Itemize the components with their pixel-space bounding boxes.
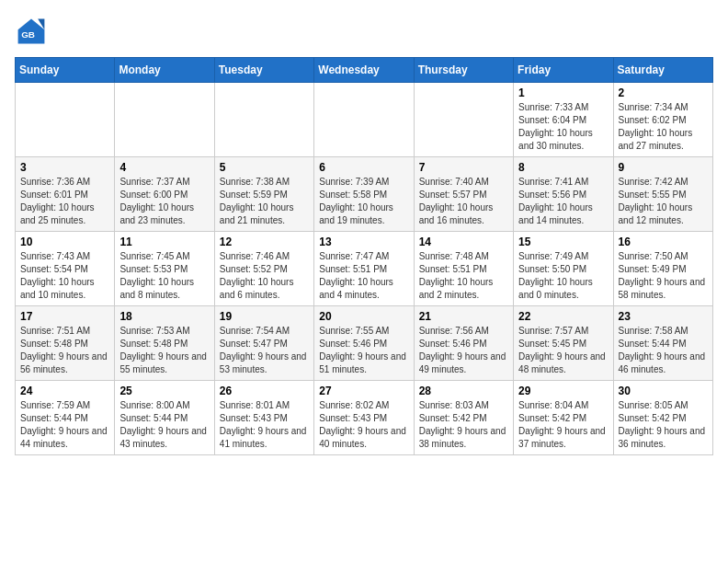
day-number: 7 — [419, 161, 508, 174]
day-number: 3 — [20, 161, 109, 174]
week-row-4: 24Sunrise: 7:59 AM Sunset: 5:44 PM Dayli… — [16, 381, 713, 455]
day-info: Sunrise: 7:37 AM Sunset: 6:00 PM Dayligh… — [119, 176, 209, 227]
day-number: 2 — [619, 86, 708, 99]
calendar-cell — [414, 83, 513, 157]
day-info: Sunrise: 7:33 AM Sunset: 6:04 PM Dayligh… — [518, 101, 608, 153]
logo-icon: GB — [15, 15, 48, 48]
calendar-cell: 13Sunrise: 7:47 AM Sunset: 5:51 PM Dayli… — [314, 232, 414, 306]
day-number: 20 — [319, 310, 408, 323]
day-info: Sunrise: 8:03 AM Sunset: 5:42 PM Dayligh… — [419, 399, 508, 451]
week-row-2: 10Sunrise: 7:43 AM Sunset: 5:54 PM Dayli… — [16, 232, 713, 306]
calendar-cell — [314, 83, 414, 157]
weekday-friday: Friday — [514, 58, 613, 83]
weekday-monday: Monday — [115, 58, 214, 83]
calendar-cell: 28Sunrise: 8:03 AM Sunset: 5:42 PM Dayli… — [414, 381, 513, 455]
calendar-cell: 14Sunrise: 7:48 AM Sunset: 5:51 PM Dayli… — [414, 232, 513, 306]
week-row-3: 17Sunrise: 7:51 AM Sunset: 5:48 PM Dayli… — [16, 306, 713, 381]
day-number: 16 — [619, 236, 708, 248]
day-number: 25 — [119, 385, 209, 397]
calendar-cell — [16, 83, 115, 157]
day-info: Sunrise: 7:34 AM Sunset: 6:02 PM Dayligh… — [619, 101, 708, 153]
day-number: 18 — [119, 310, 209, 323]
week-row-1: 3Sunrise: 7:36 AM Sunset: 6:01 PM Daylig… — [16, 157, 713, 232]
day-info: Sunrise: 7:45 AM Sunset: 5:53 PM Dayligh… — [119, 250, 209, 302]
day-number: 27 — [319, 385, 408, 397]
calendar-cell: 17Sunrise: 7:51 AM Sunset: 5:48 PM Dayli… — [16, 306, 115, 381]
day-number: 12 — [220, 236, 309, 248]
day-info: Sunrise: 7:59 AM Sunset: 5:44 PM Dayligh… — [20, 399, 109, 451]
day-info: Sunrise: 7:43 AM Sunset: 5:54 PM Dayligh… — [20, 250, 109, 302]
week-row-0: 1Sunrise: 7:33 AM Sunset: 6:04 PM Daylig… — [16, 83, 713, 157]
day-info: Sunrise: 8:05 AM Sunset: 5:42 PM Dayligh… — [619, 399, 708, 451]
calendar-cell: 25Sunrise: 8:00 AM Sunset: 5:44 PM Dayli… — [115, 381, 214, 455]
day-info: Sunrise: 8:01 AM Sunset: 5:43 PM Dayligh… — [220, 399, 309, 451]
day-number: 5 — [220, 161, 309, 174]
day-info: Sunrise: 7:41 AM Sunset: 5:56 PM Dayligh… — [518, 176, 608, 227]
day-info: Sunrise: 7:49 AM Sunset: 5:50 PM Dayligh… — [518, 250, 608, 302]
day-number: 1 — [518, 86, 608, 99]
calendar-table: SundayMondayTuesdayWednesdayThursdayFrid… — [15, 57, 713, 455]
day-number: 11 — [119, 236, 209, 248]
day-number: 21 — [419, 310, 508, 323]
day-info: Sunrise: 7:55 AM Sunset: 5:46 PM Dayligh… — [319, 325, 408, 376]
calendar-cell: 8Sunrise: 7:41 AM Sunset: 5:56 PM Daylig… — [514, 157, 613, 232]
day-info: Sunrise: 7:58 AM Sunset: 5:44 PM Dayligh… — [619, 325, 708, 376]
logo: GB — [15, 15, 51, 48]
day-info: Sunrise: 7:47 AM Sunset: 5:51 PM Dayligh… — [319, 250, 408, 302]
day-info: Sunrise: 7:40 AM Sunset: 5:57 PM Dayligh… — [419, 176, 508, 227]
calendar-cell: 29Sunrise: 8:04 AM Sunset: 5:42 PM Dayli… — [514, 381, 613, 455]
calendar-cell: 20Sunrise: 7:55 AM Sunset: 5:46 PM Dayli… — [314, 306, 414, 381]
day-info: Sunrise: 7:39 AM Sunset: 5:58 PM Dayligh… — [319, 176, 408, 227]
day-number: 29 — [518, 385, 608, 397]
calendar-cell: 16Sunrise: 7:50 AM Sunset: 5:49 PM Dayli… — [613, 232, 712, 306]
calendar-cell: 3Sunrise: 7:36 AM Sunset: 6:01 PM Daylig… — [16, 157, 115, 232]
day-number: 10 — [20, 236, 109, 248]
calendar-cell: 21Sunrise: 7:56 AM Sunset: 5:46 PM Dayli… — [414, 306, 513, 381]
day-number: 8 — [518, 161, 608, 174]
calendar-cell: 22Sunrise: 7:57 AM Sunset: 5:45 PM Dayli… — [514, 306, 613, 381]
calendar-cell: 6Sunrise: 7:39 AM Sunset: 5:58 PM Daylig… — [314, 157, 414, 232]
page-header: GB — [15, 15, 713, 48]
day-info: Sunrise: 7:51 AM Sunset: 5:48 PM Dayligh… — [20, 325, 109, 376]
day-info: Sunrise: 7:54 AM Sunset: 5:47 PM Dayligh… — [220, 325, 309, 376]
day-number: 13 — [319, 236, 408, 248]
day-number: 24 — [20, 385, 109, 397]
calendar-cell — [115, 83, 214, 157]
calendar-cell: 12Sunrise: 7:46 AM Sunset: 5:52 PM Dayli… — [214, 232, 313, 306]
day-number: 26 — [220, 385, 309, 397]
calendar-cell: 4Sunrise: 7:37 AM Sunset: 6:00 PM Daylig… — [115, 157, 214, 232]
calendar-cell: 18Sunrise: 7:53 AM Sunset: 5:48 PM Dayli… — [115, 306, 214, 381]
day-number: 22 — [518, 310, 608, 323]
calendar-cell: 2Sunrise: 7:34 AM Sunset: 6:02 PM Daylig… — [613, 83, 712, 157]
day-info: Sunrise: 7:46 AM Sunset: 5:52 PM Dayligh… — [220, 250, 309, 302]
day-number: 28 — [419, 385, 508, 397]
day-number: 6 — [319, 161, 408, 174]
calendar-cell: 15Sunrise: 7:49 AM Sunset: 5:50 PM Dayli… — [514, 232, 613, 306]
weekday-saturday: Saturday — [613, 58, 712, 83]
calendar-cell: 11Sunrise: 7:45 AM Sunset: 5:53 PM Dayli… — [115, 232, 214, 306]
day-number: 9 — [619, 161, 708, 174]
day-info: Sunrise: 7:57 AM Sunset: 5:45 PM Dayligh… — [518, 325, 608, 376]
day-number: 15 — [518, 236, 608, 248]
calendar-body: 1Sunrise: 7:33 AM Sunset: 6:04 PM Daylig… — [16, 83, 713, 455]
calendar-cell: 19Sunrise: 7:54 AM Sunset: 5:47 PM Dayli… — [214, 306, 313, 381]
calendar-cell: 1Sunrise: 7:33 AM Sunset: 6:04 PM Daylig… — [514, 83, 613, 157]
calendar-cell: 9Sunrise: 7:42 AM Sunset: 5:55 PM Daylig… — [613, 157, 712, 232]
calendar-cell: 24Sunrise: 7:59 AM Sunset: 5:44 PM Dayli… — [16, 381, 115, 455]
day-number: 30 — [619, 385, 708, 397]
day-info: Sunrise: 7:38 AM Sunset: 5:59 PM Dayligh… — [220, 176, 309, 227]
day-info: Sunrise: 7:56 AM Sunset: 5:46 PM Dayligh… — [419, 325, 508, 376]
svg-text:GB: GB — [21, 29, 35, 40]
weekday-wednesday: Wednesday — [314, 58, 414, 83]
calendar-cell: 5Sunrise: 7:38 AM Sunset: 5:59 PM Daylig… — [214, 157, 313, 232]
day-number: 23 — [619, 310, 708, 323]
weekday-thursday: Thursday — [414, 58, 513, 83]
calendar-cell: 23Sunrise: 7:58 AM Sunset: 5:44 PM Dayli… — [613, 306, 712, 381]
weekday-header-row: SundayMondayTuesdayWednesdayThursdayFrid… — [16, 58, 713, 83]
weekday-tuesday: Tuesday — [214, 58, 313, 83]
day-info: Sunrise: 8:02 AM Sunset: 5:43 PM Dayligh… — [319, 399, 408, 451]
calendar-cell: 27Sunrise: 8:02 AM Sunset: 5:43 PM Dayli… — [314, 381, 414, 455]
calendar-cell: 10Sunrise: 7:43 AM Sunset: 5:54 PM Dayli… — [16, 232, 115, 306]
day-info: Sunrise: 7:36 AM Sunset: 6:01 PM Dayligh… — [20, 176, 109, 227]
day-info: Sunrise: 7:53 AM Sunset: 5:48 PM Dayligh… — [119, 325, 209, 376]
